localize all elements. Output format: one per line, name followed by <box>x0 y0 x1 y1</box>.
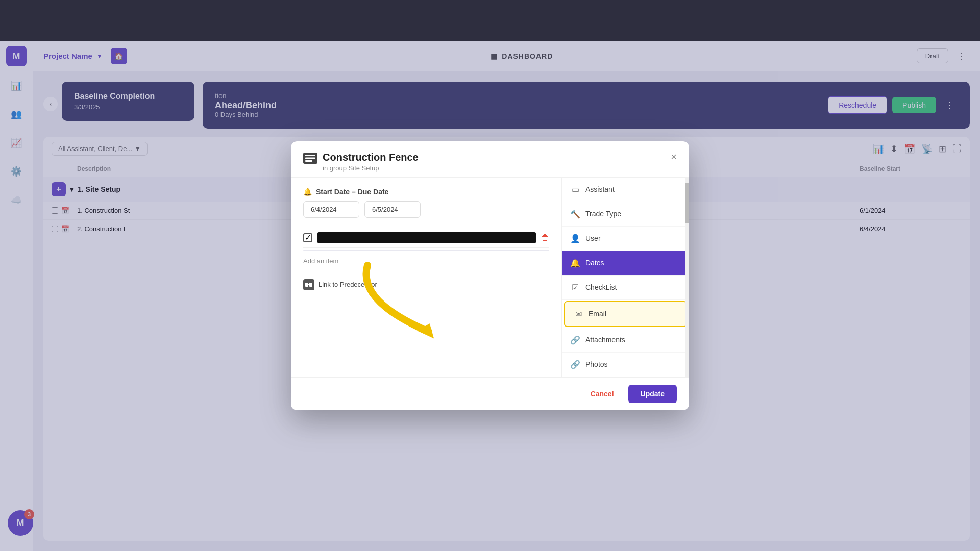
sidebar-item-user[interactable]: 👤 User <box>562 227 689 251</box>
modal-header: Construction Fence in group Site Setup × <box>291 141 689 178</box>
svg-rect-5 <box>308 284 310 285</box>
modal-overlay[interactable]: Construction Fence in group Site Setup ×… <box>0 0 980 551</box>
add-item-text[interactable]: Add an item <box>303 253 549 269</box>
modal-body: 🔔 Start Date – Due Date 6/4/2024 6/5/202… <box>291 178 689 377</box>
svg-rect-1 <box>305 157 315 159</box>
dates-label: Dates <box>585 259 604 267</box>
sidebar-item-dates[interactable]: 🔔 Dates <box>562 251 689 276</box>
sidebar-item-checklist[interactable]: ☑ CheckList <box>562 276 689 300</box>
svg-rect-0 <box>305 155 315 156</box>
dates-icon: 🔔 <box>570 258 580 268</box>
checklist-bar-1 <box>317 232 536 243</box>
user-icon: 👤 <box>570 234 580 243</box>
modal-title-icon <box>303 153 317 164</box>
checklist-checkbox-1[interactable]: ✓ <box>303 233 312 242</box>
modal-footer: Cancel Update <box>291 377 689 410</box>
sidebar-scrollbar <box>685 178 689 377</box>
date-inputs: 6/4/2024 6/5/2024 <box>303 201 549 218</box>
end-date-input[interactable]: 6/5/2024 <box>364 201 421 218</box>
divider <box>303 250 549 251</box>
cancel-button[interactable]: Cancel <box>582 385 622 403</box>
email-label: Email <box>589 310 606 318</box>
sidebar-item-assistant[interactable]: ▭ Assistant <box>562 178 689 202</box>
assistant-label: Assistant <box>585 185 615 193</box>
user-label: User <box>585 234 601 242</box>
photos-icon: 🔗 <box>570 360 580 369</box>
date-label: 🔔 Start Date – Due Date <box>303 188 549 196</box>
sidebar-item-attachments[interactable]: 🔗 Attachments <box>562 328 689 353</box>
bell-icon: 🔔 <box>303 188 312 196</box>
trade-type-icon: 🔨 <box>570 209 580 219</box>
checklist-icon: ☑ <box>570 283 580 292</box>
assistant-icon: ▭ <box>570 185 580 194</box>
sidebar-item-trade-type[interactable]: 🔨 Trade Type <box>562 202 689 227</box>
delete-icon[interactable]: 🗑 <box>541 233 549 242</box>
modal: Construction Fence in group Site Setup ×… <box>291 141 689 410</box>
modal-sidebar: ▭ Assistant 🔨 Trade Type 👤 User 🔔 Dates <box>561 178 689 377</box>
date-section: 🔔 Start Date – Due Date 6/4/2024 6/5/202… <box>303 188 549 218</box>
email-icon: ✉ <box>573 309 583 319</box>
modal-title-area: Construction Fence in group Site Setup <box>303 152 419 172</box>
sidebar-item-email[interactable]: ✉ Email <box>564 301 687 327</box>
modal-title: Construction Fence <box>323 152 419 163</box>
checklist-section: ✓ 🗑 Add an item <box>303 228 549 269</box>
scrollbar-thumb[interactable] <box>685 183 689 223</box>
sidebar-item-photos[interactable]: 🔗 Photos <box>562 353 689 377</box>
update-button[interactable]: Update <box>628 385 677 403</box>
svg-rect-2 <box>305 160 312 162</box>
attachments-label: Attachments <box>585 336 625 344</box>
attachments-icon: 🔗 <box>570 335 580 345</box>
checklist-item-1: ✓ 🗑 <box>303 228 549 248</box>
link-predecessor-label: Link to Predecessor <box>318 281 377 288</box>
checklist-label: CheckList <box>585 283 617 291</box>
close-icon[interactable]: × <box>671 152 677 162</box>
trade-type-label: Trade Type <box>585 210 621 218</box>
modal-subtitle: in group Site Setup <box>323 164 419 172</box>
link-predecessor-section[interactable]: Link to Predecessor <box>303 279 549 290</box>
start-date-input[interactable]: 6/4/2024 <box>303 201 359 218</box>
link-icon <box>303 279 314 290</box>
photos-label: Photos <box>585 360 608 368</box>
modal-content: 🔔 Start Date – Due Date 6/4/2024 6/5/202… <box>291 178 561 377</box>
